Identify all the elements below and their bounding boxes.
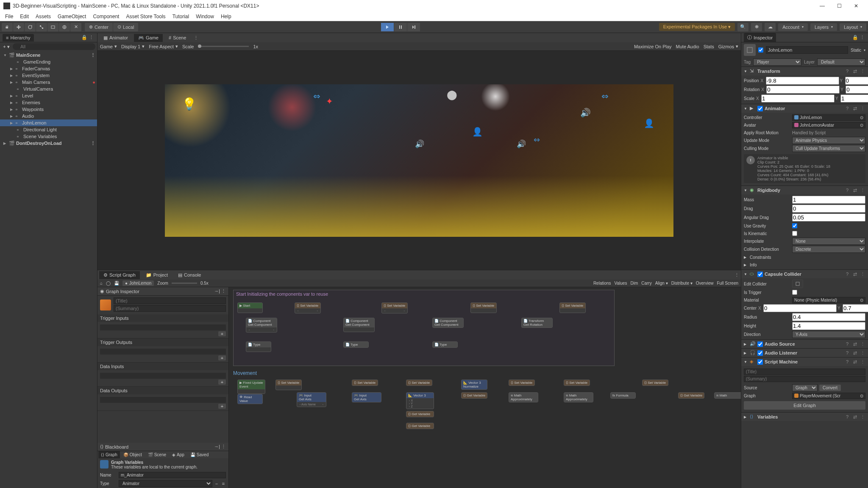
fullscreen-toggle[interactable]: Full Screen [717,281,738,286]
tag-select[interactable]: Player [753,58,801,66]
get-variable-node-3[interactable]: ⟨⟩ Get Variable [462,393,487,398]
help-icon[interactable]: ? [844,69,850,74]
display-dropdown[interactable]: Display 1 ▾ [121,44,145,49]
scale-y[interactable] [840,94,868,103]
fx-node[interactable]: fx Formula [611,393,635,398]
scene-root[interactable]: ▼🎬 MainScene⋮ [0,52,97,58]
type-node-3[interactable]: 📄 Type [433,342,457,347]
rb-info-foldout[interactable]: Info [750,263,757,267]
step-button[interactable] [407,23,420,31]
animator-tab[interactable]: ▦ Animator [99,34,132,42]
console-tab[interactable]: ▤ Console [174,271,205,279]
blackboard-header[interactable]: ⟨⟩ Blackboard→| ⋮ [97,443,228,451]
math-node-3[interactable]: π Math [715,393,741,398]
fixed-update-node[interactable]: ▶ Fixed UpdateEvent [238,380,265,389]
hierarchy-item[interactable]: ▫Directional Light [0,126,97,133]
get-component-node[interactable]: 📄 ComponentGet Component [246,318,277,327]
script-graph-tab[interactable]: ⚙ Script Graph [99,271,140,279]
menu-window[interactable]: Window [192,13,217,20]
controller-field[interactable]: JohnLemon⊙ [792,114,865,121]
read-value-node[interactable]: 👁 ReadValue [238,394,262,404]
set-variable-node-2[interactable]: ⟨⟩ Set Variable [382,303,407,308]
input-axis-node[interactable]: 🎮 InputGet Axis [297,393,326,402]
aspect-dropdown[interactable]: Free Aspect ▾ [149,44,178,49]
hierarchy-search-input[interactable] [13,43,95,50]
menu-file[interactable]: File [2,13,17,20]
hierarchy-menu-icon[interactable]: ⋮ [88,35,95,40]
set-var-v-node[interactable]: ⟨⟩ Set Variable [352,380,378,385]
search-button[interactable]: 🔍 [737,23,748,31]
mute-toggle[interactable]: Mute Audio [676,44,699,49]
game-tab[interactable]: 🎮 Game [134,34,163,42]
menu-assets[interactable]: Assets [32,13,54,20]
graph-home-icon[interactable]: ⌂ [100,281,103,286]
inspector-tab[interactable]: ⓘ Inspector [744,33,776,42]
bb-scene-tab[interactable]: 🎬Scene [145,451,169,458]
input-axis-node-2[interactable]: 🎮 InputGet Axis [352,393,381,402]
culling-mode-select[interactable]: Cull Update Transforms [792,145,865,152]
sm-title-input[interactable] [744,369,865,375]
game-menu-icon[interactable]: ⋮ [194,35,198,41]
menu-tutorial[interactable]: Tutorial [169,13,193,20]
math-node-2[interactable]: π MathApproximately [564,393,593,402]
pause-button[interactable] [394,23,407,31]
variables-header[interactable]: ▶⟨⟩ Variables ?⇄⋮ [741,413,868,421]
capsule-header[interactable]: ▼⬭ Capsule Collider ?⇄⋮ [741,270,868,278]
avatar-field[interactable]: JohnLemonAvatar⊙ [792,122,865,128]
game-mode-dropdown[interactable]: Game ▾ [100,44,117,49]
add-data-input[interactable]: + [218,380,226,385]
maximize-toggle[interactable]: Maximize On Play [634,44,672,49]
transform-tool[interactable] [59,23,70,31]
gameobject-active-checkbox[interactable] [758,47,763,53]
graph-canvas[interactable]: Start Initializing the components var to… [229,287,741,488]
get-variable-node[interactable]: ⟨⟩ Get Variable [406,411,434,417]
edit-graph-button[interactable]: Edit Graph [744,401,865,410]
rigidbody-header[interactable]: ▼◉ Rigidbody ?⇄⋮ [741,186,868,194]
pos-y[interactable] [845,77,868,85]
menu-asset-store-tools[interactable]: Asset Store Tools [122,13,169,20]
set-var-iswalking[interactable]: ⟨⟩ Set Variable [564,380,590,385]
menu-component[interactable]: Component [89,13,122,20]
rotate-tool[interactable] [25,23,36,31]
close-button[interactable]: ✕ [848,0,865,12]
trigger-inputs-section[interactable]: Trigger Inputs [97,314,228,322]
carry-toggle[interactable]: Carry [641,281,651,286]
rect-tool[interactable] [47,23,58,31]
graph-summary-input[interactable] [114,305,226,312]
stats-toggle[interactable]: Stats [704,44,714,49]
graph-title-input[interactable] [114,297,226,304]
start-node[interactable]: ▶ Start [238,303,262,308]
add-data-output[interactable]: + [218,404,226,409]
rot-y[interactable] [846,86,868,94]
hierarchy-item[interactable]: ▫Scene Variables [0,133,97,140]
convert-button[interactable]: Convert [819,385,841,391]
game-canvas[interactable]: 💡 ✦ ⬤ 🔊 👤 👤 🔊 🔊 ⇔ ⇔ ⇔ [97,51,741,270]
hierarchy-item[interactable]: ▫VirtualCamera [0,86,97,92]
edit-collider-button[interactable] [792,280,803,288]
get-component-node-3[interactable]: 📄 ComponentGet Component [433,318,463,327]
direction-select[interactable]: Y-Axis [792,331,865,338]
dont-destroy-root[interactable]: ▶🎬 DontDestroyOnLoad⋮ [0,140,97,147]
script-machine-header[interactable]: ▼◈ Script Machine ?⇄⋮ [741,358,868,366]
graph-save-icon[interactable]: 💾 [114,281,119,286]
audio-source-header[interactable]: ▶🔊 Audio Source ?⇄⋮ [741,340,868,348]
menu-gameobject[interactable]: GameObject [54,13,89,20]
type-node[interactable]: 📄 Type [246,342,271,347]
set-variable-node-3[interactable]: ⟨⟩ Set Variable [471,303,496,308]
scale-x[interactable] [761,94,835,103]
scale-tool[interactable] [36,23,47,31]
menu-edit[interactable]: Edit [17,13,32,20]
get-var-last[interactable]: ⟨⟩ Get Variable [679,393,704,398]
transform-header[interactable]: ▼⇲ Transform ? ⇄ ⋮ [741,67,868,75]
constraints-foldout[interactable]: Constraints [750,255,771,260]
vector3-node[interactable]: 📐 Vector 3 [406,393,434,398]
script-graph-menu-icon[interactable]: ⋮ [734,272,739,278]
hierarchy-add-button[interactable]: + ▾ [2,44,11,50]
transform-rotation-node[interactable]: 📄 TransformGet Rotation [522,318,552,327]
set-variable-node-4[interactable]: ⟨⟩ Set Variable [560,303,585,308]
preset-icon[interactable]: ⇄ [852,69,858,74]
hierarchy-item[interactable]: ▶▫EventSystem [0,72,97,79]
maximize-button[interactable]: ☐ [831,0,848,12]
overview-toggle[interactable]: Overview [696,281,714,286]
hierarchy-item[interactable]: ▶▫Main Camera● [0,79,97,86]
